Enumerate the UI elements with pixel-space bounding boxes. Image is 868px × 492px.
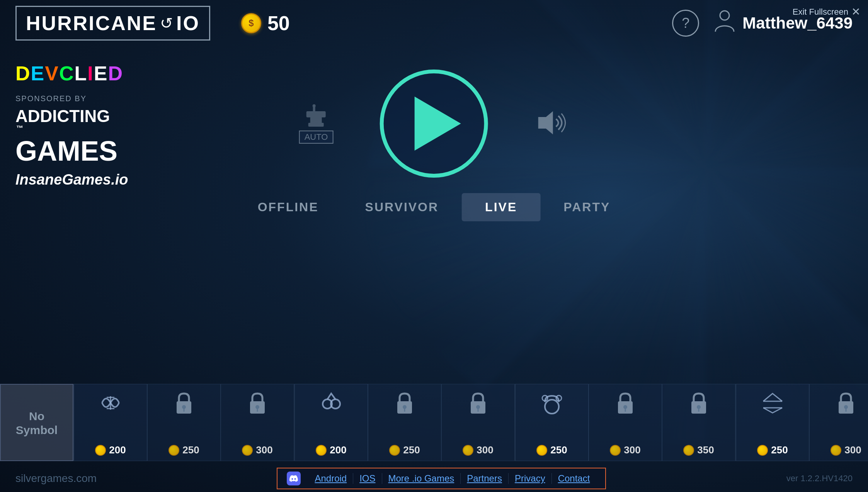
coin-count: 50 xyxy=(267,12,290,35)
link-partners[interactable]: Partners xyxy=(460,473,508,484)
coin-icon-small xyxy=(316,445,327,456)
svg-marker-6 xyxy=(538,111,553,134)
tab-party[interactable]: PARTY xyxy=(540,193,633,221)
taurus-symbol-icon xyxy=(540,390,565,419)
symbol-card-locked-5[interactable]: 300 xyxy=(589,384,662,461)
lock-icon-2 xyxy=(246,390,269,421)
silvergames-label: silvergames.com xyxy=(15,472,97,485)
svg-point-31 xyxy=(697,405,701,409)
exit-fullscreen-button[interactable]: Exit Fullscreen ✕ xyxy=(793,5,860,18)
symbol-card-locked-2[interactable]: 300 xyxy=(221,384,294,461)
link-android[interactable]: Android xyxy=(308,473,353,484)
symbol-card-locked-4[interactable]: 300 xyxy=(441,384,515,461)
controls-row: AUTO xyxy=(299,70,569,178)
symbols-row: NoSymbol 200 xyxy=(0,384,868,461)
svg-point-22 xyxy=(476,405,480,409)
auto-stamp-icon xyxy=(301,103,332,134)
aquarius-price-label: 250 xyxy=(771,444,788,456)
coin-icon-small xyxy=(242,445,253,456)
auto-button[interactable]: AUTO xyxy=(299,103,334,144)
insanegames-logo: InsaneGames.io xyxy=(15,171,162,188)
devclied-letter-d2: D xyxy=(108,62,123,85)
discord-icon xyxy=(287,472,301,485)
aries-symbol-icon xyxy=(319,390,344,419)
link-contact[interactable]: Contact xyxy=(551,473,596,484)
help-button[interactable]: ? xyxy=(672,10,699,37)
locked2-price-label: 300 xyxy=(256,444,272,456)
locked7-price-label: 300 xyxy=(844,444,861,456)
logo-io: io xyxy=(176,12,200,35)
center-area: AUTO OFFLINE SURVIVOR LIVE PARTY xyxy=(235,70,634,221)
devclied-letter-i: I xyxy=(87,62,94,85)
play-button[interactable] xyxy=(380,70,488,178)
svg-point-11 xyxy=(182,405,186,409)
addicting-games-logo: ADDICTING™ GAMES xyxy=(15,108,162,164)
locked1-price: 250 xyxy=(168,444,199,456)
sound-button[interactable] xyxy=(534,107,569,140)
symbol-card-aquarius[interactable]: 250 xyxy=(736,384,809,461)
symbol-group-4: 250 300 xyxy=(735,384,868,461)
svg-point-28 xyxy=(623,405,627,409)
devclied-letter-e2: E xyxy=(94,62,108,85)
version-label: ver 1.2.2.HV1420 xyxy=(786,473,853,484)
play-triangle-icon xyxy=(414,97,461,151)
locked7-price: 300 xyxy=(831,444,861,456)
tab-offline[interactable]: OFFLINE xyxy=(235,193,342,221)
bottom-links-container: Android IOS More .io Games Partners Priv… xyxy=(277,468,606,489)
left-panel: DEVCLIED SPONSORED BY ADDICTING™ GAMES I… xyxy=(15,62,162,188)
bottom-bar: silvergames.com Android IOS More .io Gam… xyxy=(0,465,868,492)
help-icon: ? xyxy=(682,15,689,31)
devclied-letter-v: V xyxy=(45,62,59,85)
symbol-card-no-symbol[interactable]: NoSymbol xyxy=(0,384,73,461)
symbol-card-locked-6[interactable]: 350 xyxy=(662,384,735,461)
logo-text: HURRICANE xyxy=(26,12,157,35)
exit-fullscreen-label: Exit Fullscreen xyxy=(793,7,848,17)
topbar: HURRICANE ↺ io $ 50 ? xyxy=(0,0,868,46)
game-logo: HURRICANE ↺ io xyxy=(15,6,210,41)
taurus-price-label: 250 xyxy=(550,444,567,456)
symbol-card-pisces[interactable]: 200 xyxy=(74,384,147,461)
symbol-group-3: 250 300 xyxy=(515,384,735,461)
trademark-symbol: ™ xyxy=(16,125,162,132)
devclied-letter-d1: D xyxy=(15,62,31,85)
svg-point-36 xyxy=(844,405,848,409)
tab-live[interactable]: LIVE xyxy=(462,193,540,221)
locked4-price-label: 300 xyxy=(477,444,493,456)
coin-icon: $ xyxy=(241,13,261,33)
mode-tabs: OFFLINE SURVIVOR LIVE PARTY xyxy=(235,193,634,221)
coin-icon-small xyxy=(95,445,106,456)
pisces-price-label: 200 xyxy=(109,444,126,456)
symbol-card-taurus[interactable]: 250 xyxy=(515,384,589,461)
locked6-price-label: 350 xyxy=(697,444,714,456)
coin-icon-small xyxy=(389,445,400,456)
lock-icon-4 xyxy=(467,390,489,421)
locked5-price: 300 xyxy=(610,444,640,456)
coin-icon-small xyxy=(683,445,694,456)
locked1-price-label: 250 xyxy=(182,444,199,456)
aries-price-label: 200 xyxy=(330,444,346,456)
close-icon: ✕ xyxy=(851,5,860,18)
lock-icon-7 xyxy=(835,390,857,421)
devclied-letter-e: E xyxy=(31,62,45,85)
symbol-group-2: 200 250 xyxy=(294,384,515,461)
symbol-card-aries[interactable]: 200 xyxy=(294,384,368,461)
main-content: Exit Fullscreen ✕ HURRICANE ↺ io $ 50 ? xyxy=(0,0,868,492)
coin-icon-small xyxy=(757,445,768,456)
svg-point-24 xyxy=(545,400,559,414)
symbol-card-locked-3[interactable]: 250 xyxy=(368,384,441,461)
devclied-logo: DEVCLIED xyxy=(15,62,162,85)
link-more-games[interactable]: More .io Games xyxy=(382,473,461,484)
aries-price: 200 xyxy=(316,444,346,456)
games-text: GAMES xyxy=(15,139,162,164)
symbol-card-locked-1[interactable]: 250 xyxy=(147,384,221,461)
link-privacy[interactable]: Privacy xyxy=(508,473,551,484)
symbol-card-locked-7[interactable]: 300 xyxy=(809,384,868,461)
tab-survivor[interactable]: SURVIVOR xyxy=(342,193,462,221)
devclied-letter-c: C xyxy=(59,62,75,85)
sound-icon xyxy=(534,107,569,138)
link-ios[interactable]: IOS xyxy=(353,473,381,484)
taurus-price: 250 xyxy=(536,444,567,456)
locked5-price-label: 300 xyxy=(624,444,640,456)
pisces-symbol-icon xyxy=(98,390,123,419)
lock-icon-5 xyxy=(614,390,637,421)
